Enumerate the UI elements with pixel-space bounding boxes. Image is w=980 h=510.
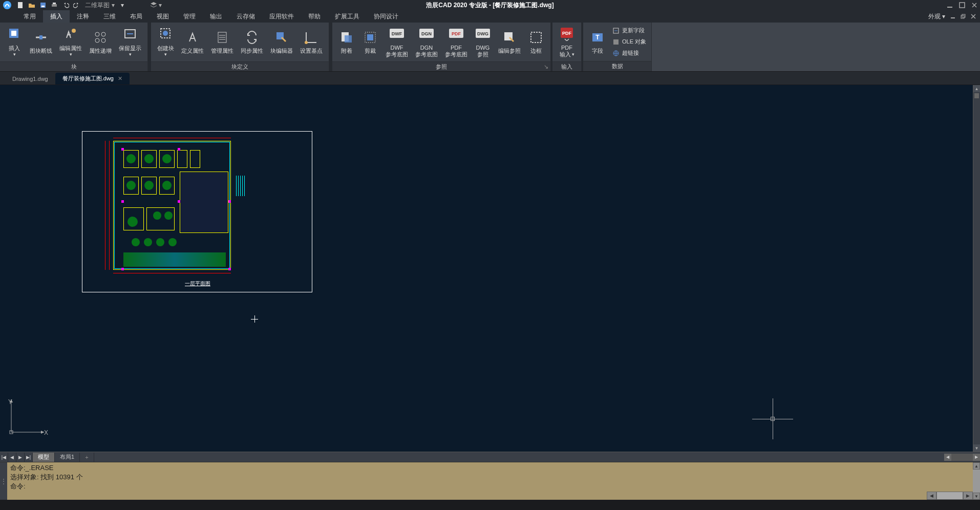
- cmd-scroll-down-icon[interactable]: ▼: [973, 493, 980, 500]
- skin-dropdown[interactable]: 外观 ▾: [928, 12, 945, 21]
- pdf-icon: PDF: [448, 26, 464, 42]
- minimize-icon[interactable]: [946, 2, 953, 9]
- ucs-icon: X Y: [7, 395, 48, 436]
- nav-prev-icon[interactable]: ◀: [8, 453, 16, 462]
- new-icon[interactable]: [16, 1, 25, 9]
- insert-block-button[interactable]: 插入▾: [3, 25, 26, 59]
- layout-tab-add[interactable]: +: [80, 453, 94, 462]
- tab-common[interactable]: 常用: [16, 10, 43, 23]
- pdf-import-button[interactable]: PDF PDF输入▾: [556, 25, 578, 59]
- tab-collab[interactable]: 协同设计: [367, 10, 406, 23]
- update-field-button[interactable]: 更新字段: [610, 26, 648, 36]
- redo-icon[interactable]: [73, 1, 81, 9]
- cmd-hscroll-right-icon[interactable]: ▶: [963, 492, 973, 500]
- frame-button[interactable]: 边框: [525, 28, 547, 55]
- scroll-up-icon[interactable]: ▲: [973, 85, 980, 92]
- open-icon[interactable]: [28, 1, 36, 9]
- set-basepoint-button[interactable]: 设置基点: [297, 28, 326, 55]
- svg-point-15: [95, 32, 99, 36]
- svg-rect-38: [531, 32, 541, 42]
- update-field-icon: [612, 27, 620, 35]
- undo-icon[interactable]: [61, 1, 70, 9]
- tab-close-icon[interactable]: ✕: [118, 75, 122, 82]
- cmd-horizontal-scrollbar[interactable]: ◀ ▶: [927, 492, 973, 500]
- scroll-thumb[interactable]: [974, 93, 979, 98]
- doc-close-icon[interactable]: [970, 13, 977, 20]
- dwf-underlay-button[interactable]: DWF DWF参考底图: [382, 25, 411, 59]
- tab-cloud[interactable]: 云存储: [229, 10, 262, 23]
- create-block-button[interactable]: 创建块▾: [154, 25, 177, 59]
- attr-increment-icon: [92, 29, 109, 46]
- close-icon[interactable]: [971, 2, 978, 9]
- edit-ref-button[interactable]: 编辑参照: [495, 28, 524, 55]
- dgn-underlay-button[interactable]: DGN DGN参考底图: [412, 25, 441, 59]
- cmd-scroll-up-icon[interactable]: ▲: [973, 462, 980, 470]
- document-tabs: Drawing1.dwg 餐厅装修施工图.dwg ✕: [0, 72, 980, 85]
- hscroll-left-icon[interactable]: ◀: [944, 454, 951, 461]
- print-icon[interactable]: [50, 1, 58, 9]
- app-logo-icon[interactable]: [2, 0, 12, 10]
- qat-overflow-icon[interactable]: ▾: [121, 2, 124, 9]
- nav-last-icon[interactable]: ▶|: [25, 453, 33, 462]
- ole-object-button[interactable]: OLE 对象: [610, 37, 648, 47]
- svg-rect-6: [947, 7, 952, 8]
- doc-restore-icon[interactable]: [960, 13, 967, 20]
- nav-next-icon[interactable]: ▶: [16, 453, 25, 462]
- panel-label-import: 输入: [561, 63, 572, 71]
- dwg-ref-button[interactable]: DWG DWG参照: [472, 25, 494, 59]
- command-window[interactable]: ⋮ 命令:_.ERASE 选择对象: 找到 10391 个 命令: ▲ ▼ ◀ …: [0, 462, 980, 500]
- tab-extend[interactable]: 扩展工具: [328, 10, 367, 23]
- drawing-canvas[interactable]: 一层平面图 X Y ▲ ▼: [0, 85, 980, 452]
- tab-apps[interactable]: 应用软件: [262, 10, 301, 23]
- pdf-underlay-button[interactable]: PDF PDF参考底图: [442, 25, 471, 59]
- window-controls: [946, 2, 978, 9]
- doc-minimize-icon[interactable]: [949, 13, 956, 20]
- panel-launcher-icon[interactable]: ↘: [544, 63, 548, 70]
- manage-attr-button[interactable]: 管理属性: [208, 28, 237, 55]
- block-break-button[interactable]: 图块断线: [27, 28, 55, 55]
- tab-manage[interactable]: 管理: [176, 10, 203, 23]
- cmd-line-2: 选择对象: 找到 10391 个: [10, 473, 970, 482]
- hscroll-right-icon[interactable]: ▶: [973, 454, 980, 461]
- svg-rect-44: [613, 39, 619, 45]
- ribbon-panel-import: PDF PDF输入▾ 输入: [552, 23, 582, 71]
- edit-attr-button[interactable]: 编辑属性▾: [56, 25, 85, 59]
- define-attr-button[interactable]: 定义属性: [178, 28, 207, 55]
- save-icon[interactable]: [39, 1, 47, 9]
- sync-attr-button[interactable]: 同步属性: [238, 28, 266, 55]
- vertical-scrollbar[interactable]: ▲ ▼: [973, 85, 980, 452]
- tab-help[interactable]: 帮助: [301, 10, 328, 23]
- cmd-hscroll-left-icon[interactable]: ◀: [927, 492, 936, 500]
- layout-tab-model[interactable]: 模型: [33, 453, 55, 462]
- ole-icon: [612, 38, 620, 46]
- tab-view[interactable]: 视图: [150, 10, 176, 23]
- maximize-icon[interactable]: [958, 2, 966, 9]
- edit-ref-icon: [501, 29, 518, 46]
- retain-display-button[interactable]: 保留显示▾: [116, 25, 144, 59]
- doc-tab-drawing1[interactable]: Drawing1.dwg: [5, 73, 55, 84]
- drawing-border: 一层平面图: [82, 131, 312, 292]
- attach-button[interactable]: 附着: [335, 28, 358, 55]
- layer-dropdown-icon[interactable]: [150, 1, 158, 9]
- tab-annotate[interactable]: 注释: [70, 10, 96, 23]
- hyperlink-button[interactable]: 超链接: [610, 48, 648, 58]
- doc-tab-restaurant[interactable]: 餐厅装修施工图.dwg ✕: [55, 73, 130, 84]
- cmd-vertical-scrollbar[interactable]: ▲ ▼: [973, 462, 980, 500]
- scroll-down-icon[interactable]: ▼: [973, 444, 980, 452]
- tab-layout[interactable]: 布局: [123, 10, 150, 23]
- clip-button[interactable]: 剪裁: [359, 28, 381, 55]
- tab-insert[interactable]: 插入: [43, 10, 70, 23]
- chevron-down-icon[interactable]: ▾: [159, 2, 162, 9]
- layout-tab-layout1[interactable]: 布局1: [55, 453, 80, 462]
- field-button[interactable]: T 字段: [586, 28, 609, 55]
- workspace-dropdown[interactable]: 二维草图 ▾: [85, 1, 115, 10]
- horizontal-scrollbar[interactable]: ◀ ▶: [944, 454, 980, 461]
- svg-text:DWG: DWG: [477, 31, 488, 36]
- ucs-x-label: X: [44, 429, 48, 436]
- tab-output[interactable]: 输出: [203, 10, 229, 23]
- attr-increment-button[interactable]: 属性递增: [86, 28, 115, 55]
- block-editor-button[interactable]: 块编辑器: [267, 28, 296, 55]
- cmdwin-grip-icon[interactable]: ⋮: [0, 462, 7, 500]
- nav-first-icon[interactable]: |◀: [0, 453, 8, 462]
- tab-3d[interactable]: 三维: [96, 10, 123, 23]
